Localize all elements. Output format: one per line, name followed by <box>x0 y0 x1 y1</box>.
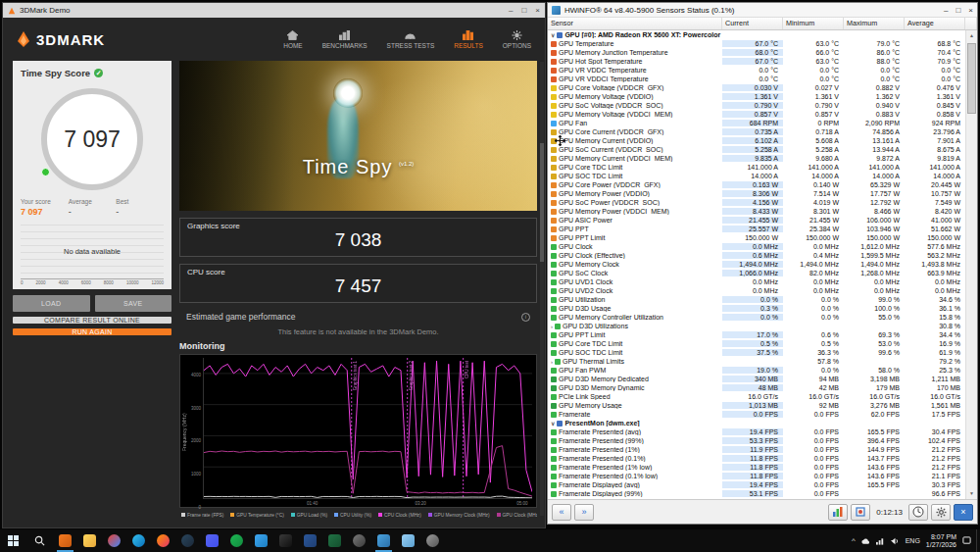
sensor-row[interactable]: GPU Memory Power (VDDCI_MEM)8.433 W8.301… <box>548 207 977 216</box>
sensor-row[interactable]: GPU SoC Current (VDDCR_SOC)5.258 A5.258 … <box>548 145 977 154</box>
sensor-row[interactable]: GPU Memory Clock1,494.0 MHz1,494.0 MHz1,… <box>548 260 977 269</box>
sensor-row[interactable]: GPU Fan684 RPM0 RPM2,090 RPM924 RPM <box>548 119 977 127</box>
tray-expand-chevron-icon[interactable]: ^ <box>852 536 856 545</box>
sensor-row[interactable]: GPU Memory Controller Utilization0.0 %0.… <box>548 313 977 322</box>
taskbar-app-edge[interactable] <box>126 529 151 552</box>
close-sensors-button[interactable]: × <box>954 504 973 521</box>
sensor-row[interactable]: Framerate Presented (1% low)11.8 FPS0.0 … <box>548 463 977 472</box>
maximize-icon[interactable]: □ <box>521 6 526 15</box>
start-button[interactable] <box>0 529 26 552</box>
taskbar-app-discord[interactable] <box>200 529 224 552</box>
sensor-row[interactable]: GPU SOC TDC Limit37.5 %36.3 %99.6 %61.9 … <box>548 348 977 357</box>
run-again-button[interactable]: RUN AGAIN <box>13 328 172 335</box>
sensor-row[interactable]: GPU VR VDDC Temperature0.0 °C0.0 °C0.0 °… <box>548 66 977 75</box>
taskbar-search-button[interactable] <box>26 529 53 552</box>
sensor-column-headers[interactable]: Sensor Current Minimum Maximum Average <box>548 18 977 30</box>
taskbar-app-settings[interactable] <box>420 529 445 552</box>
sensor-section-header[interactable]: ∨GPU [#0]: AMD Radeon RX 5600 XT: Powerc… <box>548 30 977 39</box>
network-icon[interactable] <box>876 537 885 545</box>
taskbar-app-obs[interactable] <box>347 529 371 552</box>
taskbar-app-vscode[interactable] <box>249 529 273 552</box>
3dmark-scrollbar[interactable] <box>540 62 544 516</box>
sensor-row[interactable]: GPU VR VDDCI Temperature0.0 °C0.0 °C0.0 … <box>548 75 977 83</box>
sensor-row[interactable]: ›GPU D3D Utilizations30.8 % <box>548 322 977 330</box>
sensor-row[interactable]: GPU Utilization0.0 %0.0 %99.0 %34.6 % <box>548 295 977 304</box>
sensor-row[interactable]: GPU ASIC Power21.455 W21.455 W106.000 W4… <box>548 216 977 225</box>
taskbar-app-spotify[interactable] <box>224 529 249 552</box>
notification-center-icon[interactable] <box>962 536 971 545</box>
tab-results[interactable]: RESULTS <box>454 30 483 49</box>
sensor-row[interactable]: GPU Memory Voltage (VDDCI_MEM)0.857 V0.8… <box>548 110 977 119</box>
sensor-row[interactable]: Framerate Presented (0.1% low)11.8 FPS0.… <box>548 472 977 480</box>
info-icon[interactable]: i <box>521 313 530 322</box>
scrollbar-thumb[interactable] <box>967 43 976 114</box>
show-desktop-button[interactable] <box>976 529 980 552</box>
sensor-row[interactable]: GPU Clock (Effective)0.6 MHz0.4 MHz1,599… <box>548 251 977 260</box>
load-button[interactable]: LOAD <box>13 295 90 312</box>
sensor-row[interactable]: GPU Memory Voltage (VDDIO)1.361 V1.361 V… <box>548 92 977 101</box>
collapse-chevron-icon[interactable]: ∨ <box>551 420 555 427</box>
sensor-row[interactable]: GPU D3D Usage0.3 %0.0 %100.0 %36.1 % <box>548 304 977 313</box>
sensor-row[interactable]: Framerate Displayed (avg)19.4 FPS0.0 FPS… <box>548 480 977 489</box>
close-icon[interactable]: × <box>968 6 973 15</box>
sensor-row[interactable]: Framerate Displayed (99%)53.1 FPS0.0 FPS… <box>548 489 977 498</box>
onedrive-cloud-icon[interactable] <box>861 537 870 545</box>
save-button[interactable]: SAVE <box>95 295 172 312</box>
taskbar-app-steam[interactable] <box>175 529 200 552</box>
sensor-row[interactable]: Framerate Presented (0.1%)11.8 FPS0.0 FP… <box>548 454 977 463</box>
sensor-row[interactable]: GPU Core Power (VDDCR_GFX)0.163 W0.140 W… <box>548 180 977 189</box>
nav-forward-button[interactable]: » <box>574 504 594 521</box>
taskbar-app-terminal[interactable] <box>273 529 298 552</box>
tab-options[interactable]: OPTIONS <box>503 30 531 49</box>
3dmark-titlebar[interactable]: 3DMark Demo – □ × <box>3 3 545 18</box>
sensor-row[interactable]: PCIe Link Speed16.0 GT/s16.0 GT/s16.0 GT… <box>548 392 977 401</box>
taskbar-clock[interactable]: 8:07 PM 1/27/2026 <box>926 533 956 549</box>
sensor-row[interactable]: GPU PPT25.557 W25.384 W103.946 W51.662 W <box>548 225 977 233</box>
sensor-row[interactable]: GPU D3D Memory Dedicated340 MB94 MB3,198… <box>548 375 977 383</box>
sensor-row[interactable]: GPU Core TDC Limit141.000 A141.000 A141.… <box>548 163 977 172</box>
settings-button[interactable] <box>931 504 951 521</box>
taskbar-app-3dmark[interactable] <box>53 529 77 552</box>
volume-icon[interactable] <box>891 537 900 545</box>
sensor-row[interactable]: ›GPU Thermal Limits57.8 %79.2 % <box>548 357 977 366</box>
sensor-row[interactable]: GPU Core Voltage (VDDCR_GFX)0.030 V0.027… <box>548 83 977 92</box>
nav-back-button[interactable]: « <box>552 504 571 521</box>
taskbar-app-file-explorer[interactable] <box>77 529 102 552</box>
sensor-row[interactable]: GPU PPT Limit150.000 W150.000 W150.000 W… <box>548 233 977 242</box>
scrollbar-thumb[interactable] <box>540 143 544 261</box>
sensor-row[interactable]: Framerate0.0 FPS0.0 FPS62.0 FPS17.5 FPS <box>548 410 977 419</box>
hwinfo-scrollbar[interactable]: ▲ ▼ <box>965 30 977 499</box>
sensor-row[interactable]: Framerate Presented (99%)53.3 FPS0.0 FPS… <box>548 436 977 445</box>
taskbar-app-excel[interactable] <box>322 529 347 552</box>
sensor-row[interactable]: GPU Memory Current (VDDIO)6.102 A5.608 A… <box>548 136 977 145</box>
sensor-row[interactable]: GPU Hot Spot Temperature67.0 °C63.0 °C88… <box>548 57 977 66</box>
sensor-row[interactable]: GPU PPT Limit17.0 %0.6 %69.3 %34.4 % <box>548 330 977 339</box>
reset-clock-button[interactable] <box>908 504 928 521</box>
sensor-row[interactable]: GPU Core TDC Limit0.5 %0.5 %53.0 %16.9 % <box>548 339 977 348</box>
language-indicator[interactable]: ENG <box>906 537 920 544</box>
sensor-row[interactable]: GPU SoC Power (VDDCR_SOC)4.156 W4.019 W1… <box>548 198 977 207</box>
graph-button[interactable] <box>828 504 848 521</box>
sensor-row[interactable]: GPU SOC TDC Limit14.000 A14.000 A14.000 … <box>548 172 977 180</box>
sensor-row[interactable]: GPU Memory Usage1,013 MB92 MB3,276 MB1,5… <box>548 401 977 410</box>
minimize-icon[interactable]: – <box>509 6 513 15</box>
taskbar-app-firefox[interactable] <box>151 529 175 552</box>
sensor-row[interactable]: Framerate Presented (avg)19.4 FPS0.0 FPS… <box>548 427 977 436</box>
compare-result-online-button[interactable]: COMPARE RESULT ONLINE <box>13 317 172 324</box>
tab-home[interactable]: HOME <box>283 30 303 49</box>
collapse-chevron-icon[interactable]: ∨ <box>551 31 555 38</box>
sensor-row[interactable]: GPU UVD2 Clock0.0 MHz0.0 MHz0.0 MHz0.0 M… <box>548 286 977 295</box>
hwinfo-titlebar[interactable]: HWiNFO® 64 v8.40-5900 Sensors Status (0.… <box>548 3 977 18</box>
tab-benchmarks[interactable]: BENCHMARKS <box>322 30 368 49</box>
logging-button[interactable] <box>851 504 870 521</box>
maximize-icon[interactable]: □ <box>956 6 960 15</box>
taskbar-app-notepad[interactable] <box>396 529 420 552</box>
minimize-icon[interactable]: – <box>944 6 948 15</box>
sensor-section-header[interactable]: ∨PresentMon [dwm.exe] <box>548 419 977 427</box>
expand-chevron-icon[interactable]: › <box>551 324 553 329</box>
sensor-row[interactable]: GPU UVD1 Clock0.0 MHz0.0 MHz0.0 MHz0.0 M… <box>548 277 977 286</box>
sensor-row[interactable]: GPU D3D Memory Dynamic48 MB42 MB179 MB17… <box>548 383 977 392</box>
sensor-row[interactable]: GPU SoC Clock1,066.0 MHz82.0 MHz1,268.0 … <box>548 269 977 277</box>
sensor-row[interactable]: GPU Fan PWM19.0 %0.0 %58.0 %25.3 % <box>548 366 977 375</box>
close-icon[interactable]: × <box>535 6 540 15</box>
